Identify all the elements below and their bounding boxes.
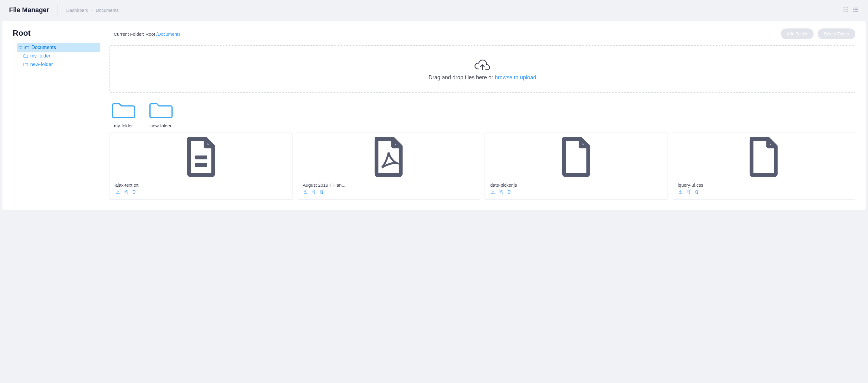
folder-icon xyxy=(23,53,28,59)
folder-open-icon xyxy=(24,45,30,50)
path-link-documents[interactable]: Documents xyxy=(158,31,181,37)
settings-icon[interactable] xyxy=(123,189,128,195)
file-card[interactable]: date-picker.js xyxy=(485,132,668,200)
topbar: File Manager Dashboard › Documents xyxy=(0,0,868,20)
content-card: Root ▽ Documents my-folder xyxy=(2,21,866,210)
file-text-icon xyxy=(183,136,219,178)
browse-upload-link[interactable]: browse to upload xyxy=(495,75,536,81)
file-name: date-picker.js xyxy=(490,182,662,187)
tree-node-label: new-folder xyxy=(30,61,53,68)
path-prefix: Current Folder: Root xyxy=(114,31,156,37)
file-name: ajax-text.txt xyxy=(115,182,287,187)
tree-node-new-folder[interactable]: new-folder xyxy=(23,60,100,69)
current-path: Current Folder: Root /Documents xyxy=(110,31,181,37)
breadcrumb-link-dashboard[interactable]: Dashboard xyxy=(66,7,88,13)
folder-icon xyxy=(111,100,136,119)
add-folder-button[interactable]: Add Folder xyxy=(781,28,813,39)
app-title: File Manager xyxy=(9,4,58,16)
tree-node-documents[interactable]: ▽ Documents xyxy=(17,43,100,52)
tree-node-label: Documents xyxy=(31,44,56,51)
folder-icon xyxy=(148,100,174,119)
download-icon[interactable] xyxy=(490,189,495,195)
file-card[interactable]: jquery-ui.css xyxy=(672,132,855,200)
folder-name: new-folder xyxy=(148,123,174,128)
tree-node-my-folder[interactable]: my-folder xyxy=(23,52,100,60)
settings-icon[interactable] xyxy=(498,189,503,195)
folder-icon xyxy=(23,62,28,67)
settings-icon[interactable] xyxy=(686,189,691,195)
file-pdf-icon xyxy=(371,136,407,178)
caret-down-icon: ▽ xyxy=(19,44,22,51)
download-icon[interactable] xyxy=(115,189,120,195)
cloud-upload-icon xyxy=(474,57,491,72)
trash-icon[interactable] xyxy=(694,189,699,195)
grid-view-button[interactable] xyxy=(843,6,849,14)
file-name: jquery-ui.css xyxy=(678,182,849,187)
breadcrumb: Dashboard › Documents xyxy=(66,7,119,13)
trash-icon[interactable] xyxy=(131,189,137,195)
folder-name: my-folder xyxy=(111,123,136,128)
breadcrumb-current: Documents xyxy=(96,7,119,13)
file-icon xyxy=(558,136,594,178)
list-view-button[interactable] xyxy=(852,6,859,14)
trash-icon[interactable] xyxy=(506,189,512,195)
download-icon[interactable] xyxy=(303,189,308,195)
file-card[interactable]: August 2019 T Han... xyxy=(297,132,480,200)
folder-tile-new-folder[interactable]: new-folder xyxy=(148,100,174,128)
folder-row: my-folder new-folder xyxy=(110,100,855,128)
file-grid: ajax-text.txt August 2019 T Han... xyxy=(110,132,855,200)
trash-icon[interactable] xyxy=(319,189,324,195)
dropzone-text: Drag and drop files here or browse to up… xyxy=(429,75,536,81)
file-card[interactable]: ajax-text.txt xyxy=(110,132,293,200)
chevron-right-icon: › xyxy=(91,8,93,12)
dropzone-text-static: Drag and drop files here or xyxy=(429,75,495,81)
folder-tile-my-folder[interactable]: my-folder xyxy=(111,100,136,128)
folder-tree-panel: Root ▽ Documents my-folder xyxy=(13,28,100,200)
settings-icon[interactable] xyxy=(311,189,316,195)
tree-root-title: Root xyxy=(13,28,100,38)
dropzone[interactable]: Drag and drop files here or browse to up… xyxy=(110,46,855,93)
delete-folder-button[interactable]: Delete Folder xyxy=(818,28,855,39)
main-panel: Current Folder: Root /Documents Add Fold… xyxy=(110,28,855,200)
file-name: August 2019 T Han... xyxy=(303,182,474,187)
file-icon xyxy=(745,136,782,178)
tree-node-label: my-folder xyxy=(30,53,51,59)
download-icon[interactable] xyxy=(678,189,683,195)
